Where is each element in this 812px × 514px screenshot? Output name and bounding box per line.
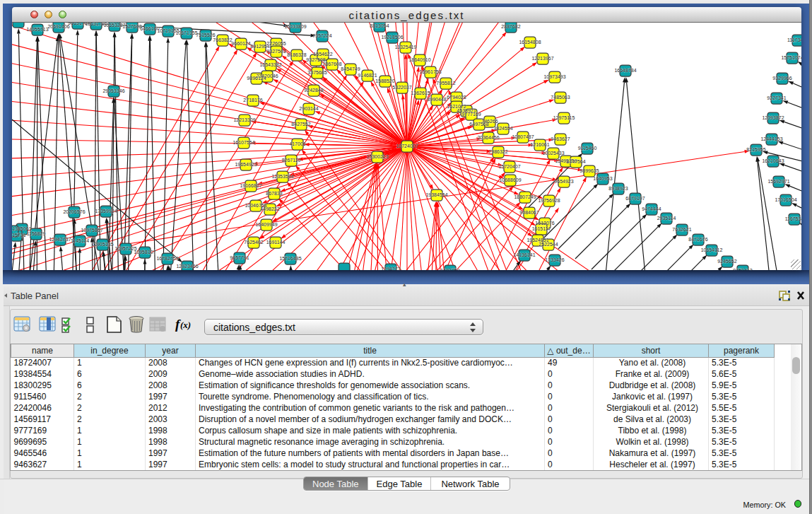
svg-text:10046758: 10046758 [245, 203, 266, 208]
svg-text:8215955: 8215955 [746, 147, 765, 152]
svg-text:7515526: 7515526 [196, 33, 215, 37]
svg-text:9654923: 9654923 [554, 179, 573, 184]
svg-text:18807249: 18807249 [514, 194, 536, 199]
svg-text:20691406: 20691406 [47, 24, 69, 29]
svg-text:7357224: 7357224 [312, 33, 331, 38]
svg-text:10671355: 10671355 [175, 30, 197, 35]
svg-text:16409949: 16409949 [255, 222, 277, 227]
svg-text:15300213: 15300213 [366, 154, 388, 159]
svg-text:7625402: 7625402 [244, 240, 263, 245]
svg-text:29053346: 29053346 [102, 88, 124, 93]
svg-text:1554622: 1554622 [313, 52, 332, 57]
svg-text:2718176: 2718176 [243, 98, 262, 103]
svg-text:10975867: 10975867 [81, 228, 102, 233]
svg-text:9474444: 9474444 [642, 206, 661, 211]
svg-text:12942737: 12942737 [49, 237, 71, 242]
svg-text:10807487: 10807487 [512, 134, 534, 139]
svg-text:10688609: 10688609 [499, 177, 521, 182]
svg-text:417006: 417006 [289, 141, 305, 146]
svg-text:9896124: 9896124 [247, 76, 266, 81]
svg-text:746266: 746266 [481, 119, 498, 124]
svg-text:16154808: 16154808 [519, 40, 541, 45]
svg-text:2903144: 2903144 [299, 106, 318, 111]
svg-text:9115460: 9115460 [578, 146, 597, 151]
svg-text:16107554: 16107554 [233, 140, 254, 145]
svg-text:18724007: 18724007 [396, 144, 418, 148]
svg-text:11325419: 11325419 [395, 45, 417, 49]
svg-text:10973493: 10973493 [543, 74, 565, 79]
svg-text:14055713: 14055713 [26, 27, 48, 32]
svg-text:2522544: 2522544 [539, 242, 558, 247]
svg-text:867833: 867833 [266, 191, 282, 196]
svg-text:16648784: 16648784 [614, 68, 636, 73]
svg-text:2887682: 2887682 [501, 24, 520, 29]
svg-text:20364456: 20364456 [477, 135, 499, 140]
svg-text:1362615: 1362615 [411, 90, 430, 95]
svg-text:1615117: 1615117 [532, 226, 551, 231]
svg-text:16961758: 16961758 [419, 69, 441, 74]
svg-text:7986322: 7986322 [488, 149, 507, 154]
svg-text:1167534: 1167534 [785, 216, 801, 221]
svg-text:1691144: 1691144 [266, 240, 286, 245]
svg-text:2226055: 2226055 [266, 41, 286, 46]
svg-text:12213309: 12213309 [233, 117, 255, 122]
svg-text:9463627: 9463627 [551, 136, 570, 141]
svg-text:7485063: 7485063 [551, 95, 570, 100]
svg-text:3824554: 3824554 [493, 126, 512, 131]
svg-text:1640953: 1640953 [593, 176, 612, 181]
svg-text:(x): (x) [180, 320, 191, 330]
svg-text:12444153: 12444153 [760, 136, 782, 141]
svg-text:8454749: 8454749 [341, 66, 360, 71]
svg-text:8186328: 8186328 [287, 52, 306, 57]
svg-text:12093872: 12093872 [762, 115, 784, 120]
svg-text:7632621: 7632621 [672, 227, 691, 232]
svg-text:3915731: 3915731 [12, 233, 26, 238]
svg-text:6794028: 6794028 [447, 95, 466, 100]
svg-text:12213967: 12213967 [531, 56, 553, 61]
svg-text:9245652: 9245652 [717, 259, 736, 264]
svg-text:12975115: 12975115 [553, 115, 575, 120]
svg-text:16782759: 16782759 [156, 256, 178, 261]
svg-text:6216061: 6216061 [530, 142, 549, 147]
svg-text:11173454: 11173454 [787, 37, 801, 42]
svg-text:9899635: 9899635 [579, 168, 599, 173]
svg-text:18640910: 18640910 [408, 57, 430, 62]
svg-text:19654923: 19654923 [235, 162, 257, 167]
svg-text:16543382: 16543382 [259, 62, 281, 67]
svg-text:1527602: 1527602 [122, 24, 141, 29]
svg-text:1294273: 1294273 [381, 267, 400, 270]
svg-text:8990448: 8990448 [427, 97, 446, 102]
svg-text:10654112: 10654112 [701, 247, 723, 252]
svg-text:8471676: 8471676 [688, 237, 707, 242]
svg-text:9657791: 9657791 [230, 255, 249, 260]
svg-text:1588520: 1588520 [375, 78, 394, 83]
svg-text:15751074: 15751074 [781, 55, 801, 60]
svg-text:1612076: 1612076 [535, 221, 554, 226]
svg-text:3375685: 3375685 [307, 70, 326, 75]
svg-text:1385061: 1385061 [12, 226, 31, 231]
svg-text:9227341: 9227341 [767, 95, 786, 100]
svg-text:17359924: 17359924 [95, 209, 117, 214]
svg-text:14136141: 14136141 [513, 252, 535, 257]
svg-text:9242848: 9242848 [304, 88, 323, 93]
svg-text:15692971: 15692971 [767, 179, 789, 184]
svg-text:19384554: 19384554 [425, 192, 447, 197]
svg-text:5322037: 5322037 [392, 85, 411, 90]
svg-text:9750412: 9750412 [733, 268, 752, 270]
svg-text:8938923: 8938923 [608, 186, 628, 191]
svg-text:12905135: 12905135 [91, 242, 113, 247]
svg-text:9777169: 9777169 [461, 112, 481, 117]
svg-text:8813054: 8813054 [370, 23, 389, 28]
svg-text:6879197: 6879197 [625, 196, 645, 201]
svg-text:1145114: 1145114 [71, 238, 89, 243]
svg-text:17016504: 17016504 [775, 197, 796, 202]
svg-text:10958107: 10958107 [134, 250, 155, 255]
svg-text:19218506: 19218506 [381, 35, 403, 40]
svg-text:12353594: 12353594 [271, 174, 293, 179]
svg-text:9329966: 9329966 [772, 76, 792, 81]
svg-text:19756928: 19756928 [538, 198, 560, 203]
svg-text:20206576: 20206576 [63, 209, 85, 214]
svg-text:8267110: 8267110 [282, 158, 301, 163]
svg-text:16210643: 16210643 [762, 158, 784, 163]
svg-text:1733426: 1733426 [545, 257, 564, 262]
